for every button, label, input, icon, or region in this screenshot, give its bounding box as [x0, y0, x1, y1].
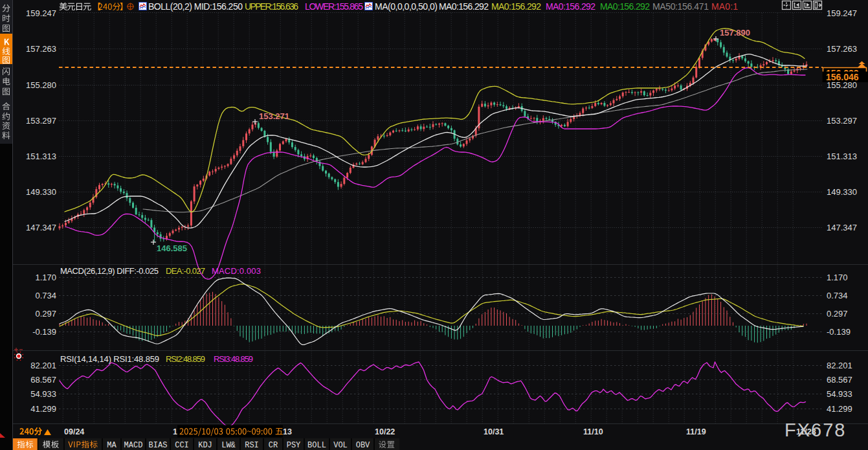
svg-text:147.347: 147.347: [26, 223, 56, 232]
svg-text:BOLL(20,2) MID:156.250: BOLL(20,2) MID:156.250: [148, 1, 243, 12]
svg-text:RSI3:48.859: RSI3:48.859: [214, 354, 253, 364]
svg-text:BOLL: BOLL: [307, 441, 326, 450]
svg-text:DEA:-0.027: DEA:-0.027: [166, 266, 205, 276]
svg-text:153.271: 153.271: [259, 111, 289, 121]
svg-text:68.567: 68.567: [30, 375, 56, 385]
svg-text:68.567: 68.567: [827, 375, 852, 385]
svg-text:CR: CR: [269, 441, 278, 450]
svg-text:MA0:156.292: MA0:156.292: [600, 1, 650, 12]
svg-text:10/31: 10/31: [484, 427, 504, 436]
svg-text:159.247: 159.247: [26, 8, 56, 18]
svg-text:MACD:0.003: MACD:0.003: [212, 266, 261, 276]
svg-text:13: 13: [283, 427, 292, 436]
svg-text:54.933: 54.933: [30, 389, 56, 399]
svg-text:1: 1: [173, 427, 177, 436]
svg-text:153.297: 153.297: [26, 116, 56, 126]
svg-text:-0.139: -0.139: [32, 327, 56, 337]
svg-text:157.263: 157.263: [827, 44, 857, 54]
svg-text:1.170: 1.170: [35, 273, 56, 282]
svg-text:PSY: PSY: [287, 441, 301, 450]
svg-text:MA0:156.292: MA0:156.292: [546, 1, 595, 12]
svg-text:82.201: 82.201: [30, 361, 56, 370]
svg-text:MA: MA: [107, 441, 117, 450]
svg-text:-0.139: -0.139: [827, 327, 851, 337]
svg-text:41.299: 41.299: [30, 404, 56, 414]
svg-text:151.313: 151.313: [827, 152, 857, 161]
svg-text:11/19: 11/19: [686, 427, 706, 436]
svg-text:155.280: 155.280: [827, 80, 857, 90]
svg-text:41.299: 41.299: [827, 404, 852, 414]
svg-text:146.585: 146.585: [157, 243, 187, 253]
svg-text:147.347: 147.347: [827, 223, 857, 232]
svg-text:0.297: 0.297: [35, 309, 56, 319]
svg-text:10/22: 10/22: [375, 427, 395, 436]
svg-text:BIAS: BIAS: [149, 441, 168, 450]
svg-text:MA0:156.292: MA0:156.292: [439, 1, 489, 12]
svg-text:LW&: LW&: [221, 441, 236, 450]
svg-text:MACD: MACD: [124, 441, 143, 450]
svg-text:UPPER:156.636: UPPER:156.636: [245, 1, 298, 12]
svg-text:54.933: 54.933: [827, 389, 852, 399]
svg-text:0.297: 0.297: [827, 309, 848, 319]
svg-text:149.330: 149.330: [827, 187, 857, 197]
svg-text:RSI(14,14,14) RSI1:48.859: RSI(14,14,14) RSI1:48.859: [60, 354, 159, 364]
svg-text:CCI: CCI: [175, 441, 189, 450]
svg-text:MACD(26,12,9) DIFF:-0.025: MACD(26,12,9) DIFF:-0.025: [60, 266, 159, 276]
svg-text:MA0:156.292: MA0:156.292: [491, 1, 541, 12]
svg-text:11/10: 11/10: [583, 427, 603, 436]
svg-text:1.170: 1.170: [827, 273, 848, 282]
svg-text:RSI: RSI: [245, 441, 259, 450]
svg-text:82.201: 82.201: [827, 361, 852, 370]
svg-text:153.297: 153.297: [827, 116, 857, 126]
svg-text:09/24: 09/24: [64, 427, 84, 436]
svg-text:MA50:156.471: MA50:156.471: [652, 1, 709, 12]
svg-text:155.280: 155.280: [26, 80, 56, 90]
svg-text:MA(0,0,0,0,50,0): MA(0,0,0,0,50,0): [375, 1, 438, 12]
svg-text:MA0:1: MA0:1: [711, 1, 738, 12]
svg-text:149.330: 149.330: [26, 187, 56, 197]
svg-text:LOWER:155.865: LOWER:155.865: [305, 1, 363, 12]
svg-text:VOL: VOL: [333, 441, 348, 450]
svg-text:RSI2:48.859: RSI2:48.859: [166, 354, 205, 364]
svg-text:0.734: 0.734: [827, 291, 848, 300]
svg-text:157.890: 157.890: [720, 28, 750, 38]
svg-text:OBV: OBV: [356, 441, 370, 450]
svg-text:FX678: FX678: [785, 420, 846, 440]
svg-text:0.734: 0.734: [35, 291, 56, 300]
svg-text:151.313: 151.313: [26, 152, 56, 161]
svg-text:KDJ: KDJ: [198, 441, 212, 450]
svg-text:159.247: 159.247: [827, 8, 857, 18]
svg-text:157.263: 157.263: [26, 44, 56, 54]
